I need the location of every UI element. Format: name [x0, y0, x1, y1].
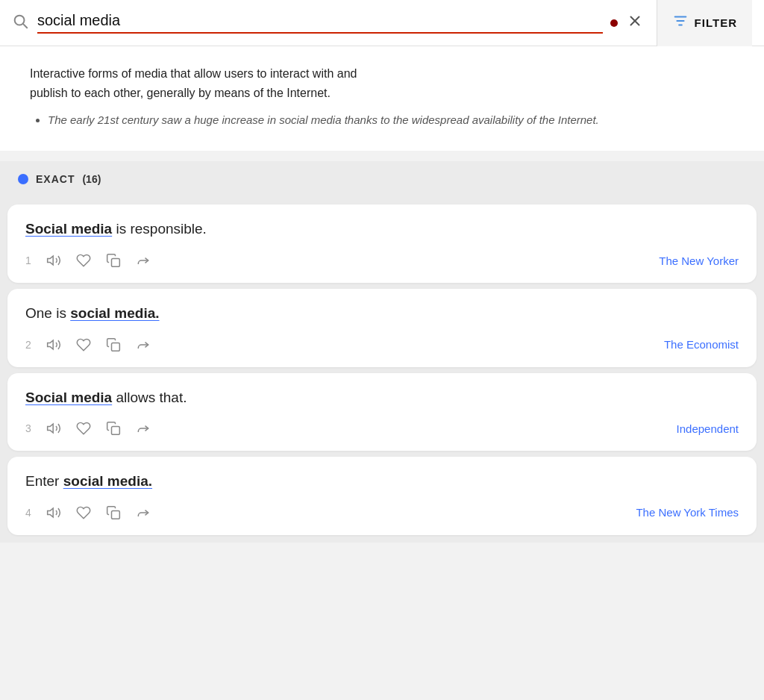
copy-button[interactable]	[100, 501, 127, 525]
source-label[interactable]: The Economist	[664, 338, 739, 351]
exact-count: (16)	[82, 173, 101, 185]
favorite-button[interactable]	[70, 501, 97, 525]
definition-example-item: The early 21st century saw a huge increa…	[48, 111, 734, 128]
share-button[interactable]	[130, 501, 157, 525]
card-actions: 3	[25, 416, 157, 440]
share-button[interactable]	[130, 333, 157, 357]
svg-rect-14	[111, 510, 119, 519]
card-footer: 1 The New Yorker	[25, 249, 739, 272]
source-label[interactable]: The New Yorker	[659, 254, 739, 267]
audio-button[interactable]	[40, 333, 67, 357]
svg-marker-13	[47, 508, 52, 517]
result-card: Enter social media. 4 The New York Times	[7, 457, 757, 535]
filter-label: FILTER	[695, 16, 737, 29]
source-label[interactable]: Independent	[677, 422, 739, 435]
svg-rect-10	[111, 343, 119, 351]
sentence-highlight: Social media	[25, 390, 112, 405]
audio-button[interactable]	[40, 249, 67, 272]
svg-rect-8	[111, 259, 119, 267]
search-icon	[12, 13, 28, 33]
favorite-button[interactable]	[70, 333, 97, 357]
audio-button[interactable]	[40, 416, 67, 440]
source-label[interactable]: The New York Times	[636, 506, 739, 519]
search-bar: social media FILTER	[0, 0, 764, 46]
card-number: 3	[25, 422, 31, 434]
audio-button[interactable]	[40, 501, 67, 525]
card-sentence: Social media allows that.	[25, 388, 739, 408]
card-actions: 4	[25, 501, 157, 525]
sentence-before: Enter	[25, 473, 63, 489]
result-card: Social media allows that. 3 Independent	[7, 373, 757, 451]
card-sentence: Social media is responsible.	[25, 219, 739, 240]
favorite-button[interactable]	[70, 249, 97, 272]
exact-section-header: EXACT (16)	[0, 161, 764, 197]
sentence-before: One is	[25, 305, 70, 321]
recording-indicator	[610, 19, 618, 27]
card-actions: 2	[25, 333, 157, 357]
result-card: One is social media. 2 The Economist	[7, 289, 757, 367]
search-input[interactable]: social media	[37, 12, 603, 34]
sentence-after: is responsible.	[112, 221, 207, 237]
svg-line-1	[23, 24, 27, 28]
definition-area: Interactive forms of media that allow us…	[0, 46, 764, 151]
svg-marker-9	[47, 340, 52, 349]
exact-indicator-dot	[18, 174, 28, 184]
share-button[interactable]	[130, 249, 157, 272]
definition-examples: The early 21st century saw a huge increa…	[48, 111, 734, 128]
card-actions: 1	[25, 249, 157, 272]
card-footer: 3 Independent	[25, 416, 739, 440]
exact-label: EXACT	[36, 173, 75, 185]
favorite-button[interactable]	[70, 416, 97, 440]
definition-text: Interactive forms of media that allow us…	[30, 64, 388, 102]
card-number: 2	[25, 339, 31, 351]
card-number: 1	[25, 254, 31, 266]
sentence-highlight: social media.	[70, 305, 159, 321]
card-number: 4	[25, 507, 31, 519]
card-footer: 2 The Economist	[25, 333, 739, 357]
copy-button[interactable]	[100, 333, 127, 357]
clear-button[interactable]	[627, 13, 643, 34]
result-card: Social media is responsible. 1 The New Y…	[7, 204, 757, 283]
card-sentence: Enter social media.	[25, 472, 739, 492]
card-footer: 4 The New York Times	[25, 501, 739, 525]
sentence-highlight: social media.	[63, 473, 152, 489]
svg-rect-12	[111, 427, 119, 435]
card-sentence: One is social media.	[25, 304, 739, 324]
svg-marker-7	[47, 256, 52, 265]
svg-marker-11	[47, 424, 52, 433]
results-list: Social media is responsible. 1 The New Y…	[0, 197, 764, 542]
filter-button[interactable]: FILTER	[657, 0, 752, 46]
copy-button[interactable]	[100, 249, 127, 272]
share-button[interactable]	[130, 416, 157, 440]
sentence-highlight: Social media	[25, 221, 112, 237]
sentence-after: allows that.	[112, 390, 187, 405]
filter-icon	[672, 13, 689, 33]
search-input-wrap: social media	[37, 12, 618, 34]
copy-button[interactable]	[100, 416, 127, 440]
